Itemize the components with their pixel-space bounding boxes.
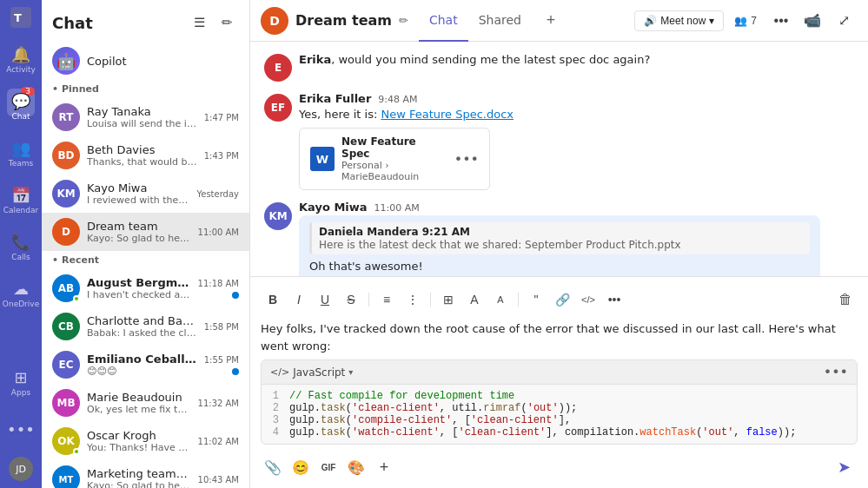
sticker-button[interactable]: 🎨 [344, 455, 368, 479]
header-more-button[interactable]: ••• [767, 7, 795, 35]
file-more-icon[interactable]: ••• [454, 151, 479, 168]
file-card[interactable]: W New Feature Spec Personal › MarieBeaud… [299, 128, 490, 190]
add-tab-button[interactable]: + [539, 9, 563, 33]
number-list-button[interactable]: ⋮ [401, 287, 425, 312]
new-chat-button[interactable]: ✏ [215, 10, 239, 35]
marketing-avatar: MT [52, 465, 80, 488]
spec-doc-link[interactable]: New Feature Spec.docx [381, 108, 514, 121]
marketing-info: Marketing team sync Kayo: So glad to hea… [87, 467, 191, 488]
tab-shared[interactable]: Shared [468, 0, 532, 42]
bullet-list-button[interactable]: ≡ [374, 287, 399, 312]
underline-button[interactable]: U [313, 287, 337, 312]
teams-icon: 👥 [11, 139, 30, 157]
kayo-info: Kayo Miwa I reviewed with the client on … [87, 181, 189, 206]
chat-item-marketing[interactable]: MT Marketing team sync Kayo: So glad to … [42, 460, 249, 488]
kayo-time: Yesterday [196, 189, 239, 199]
bold-button[interactable]: B [261, 287, 285, 312]
beth-avatar: BD [52, 142, 80, 169]
user-avatar[interactable]: JD [9, 457, 33, 481]
compose-box[interactable]: Hey folks, I've tracked down the root ca… [261, 315, 858, 450]
ray-info: Ray Tanaka Louisa will send the initial … [87, 105, 197, 129]
highlight-button[interactable]: A [462, 287, 487, 312]
delete-button[interactable]: 🗑 [833, 287, 858, 312]
nav-item-chat[interactable]: 💬 Chat 3 [3, 83, 38, 129]
edit-name-icon[interactable]: ✏ [399, 14, 408, 27]
kayo-preview: I reviewed with the client on Th... [87, 195, 189, 206]
chat-item-charlotte[interactable]: CB Charlotte and Babak Babak: I asked th… [42, 307, 249, 346]
expand-button[interactable]: ⤢ [830, 7, 858, 35]
more-icon: ••• [7, 420, 35, 439]
nav-item-apps[interactable]: ⊞ Apps [3, 359, 38, 405]
code-lines: 1 // Fast compile for development time 2… [262, 385, 857, 444]
nav-item-activity[interactable]: 🔔 Activity [3, 36, 38, 82]
code-tag-icon: </> [270, 366, 289, 378]
font-size-button[interactable]: A [488, 287, 513, 312]
code-button[interactable]: </> [576, 287, 600, 312]
chat-item-marie[interactable]: MB Marie Beaudouin Ok, yes let me fix th… [42, 384, 249, 422]
link-button[interactable]: 🔗 [550, 287, 574, 312]
dream-avatar: D [52, 218, 80, 246]
filter-button[interactable]: ☰ [187, 10, 211, 35]
code-block: </> JavaScript ▾ ••• 1 // Fast compile f… [261, 359, 858, 445]
quote-button[interactable]: " [524, 287, 548, 312]
compose-toolbar: B I U S ≡ ⋮ ⊞ A A " 🔗 </> ••• 🗑 [261, 284, 858, 315]
toolbar-right-actions: 🗑 [833, 287, 858, 312]
people-button[interactable]: 👥 7 [727, 11, 764, 30]
code-line-4: 4 gulp.task('watch-client', ['clean-clie… [262, 426, 857, 439]
chat-item-ray[interactable]: RT Ray Tanaka Louisa will send the initi… [42, 98, 249, 136]
dream-time: 11:00 AM [198, 228, 239, 237]
italic-button[interactable]: I [287, 287, 311, 312]
calendar-icon: 📅 [11, 186, 30, 204]
strikethrough-button[interactable]: S [339, 287, 363, 312]
copilot-item[interactable]: 🤖 Copilot [42, 42, 249, 80]
meet-chevron-icon: ▾ [709, 15, 714, 27]
nav-item-calendar[interactable]: 📅 Calendar [3, 177, 38, 222]
nav-more-button[interactable]: ••• [3, 406, 38, 452]
kayo-name: Kayo Miwa [87, 181, 189, 195]
ray-name: Ray Tanaka [87, 105, 197, 118]
code-line-3: 3 gulp.task('compile-client', ['clean-cl… [262, 414, 857, 426]
kayo-msg-avatar: KM [264, 202, 292, 230]
emoji-button[interactable]: 😊 [288, 455, 313, 479]
charlotte-name: Charlotte and Babak [87, 314, 197, 327]
erika-name: Erika Fuller [299, 92, 371, 105]
august-info: August Bergman I haven't checked availab… [87, 276, 191, 300]
more-actions-button[interactable]: + [372, 455, 396, 479]
gif-button[interactable]: GIF [316, 455, 341, 479]
kayo-msg-time: 11:00 AM [374, 202, 420, 214]
more-options-icon: ••• [774, 13, 789, 29]
pinned-section-header: • Pinned [42, 80, 249, 98]
emiliano-time: 1:55 PM [204, 355, 239, 365]
code-more-icon[interactable]: ••• [824, 364, 848, 380]
nav-item-teams[interactable]: 👥 Teams [3, 130, 38, 175]
attachment-button[interactable]: 📎 [261, 455, 285, 479]
erika-text: Yes, here it is: New Feature Spec.docx [299, 107, 854, 122]
tab-chat[interactable]: Chat [419, 0, 468, 42]
chat-item-emiliano[interactable]: EC Emiliano Ceballos 😊😊😊 1:55 PM [42, 346, 249, 384]
more-format-button[interactable]: ⊞ [436, 287, 461, 312]
nav-item-onedrive[interactable]: ☁ OneDrive [3, 271, 38, 316]
toolbar-more-button[interactable]: ••• [602, 287, 626, 312]
send-button[interactable]: ➤ [830, 453, 858, 481]
meet-now-button[interactable]: 🔊 Meet now ▾ [634, 10, 724, 31]
message-group-erika: EF Erika Fuller 9:48 AM Yes, here it is:… [264, 92, 854, 190]
compose-area: B I U S ≡ ⋮ ⊞ A A " 🔗 </> ••• 🗑 Hey folk… [250, 276, 868, 488]
chat-item-august[interactable]: AB August Bergman I haven't checked avai… [42, 269, 249, 307]
audio-icon: 🔊 [644, 15, 657, 27]
quoted-text: Here is the latest deck that we shared: … [319, 239, 803, 251]
quoted-message: Daniela Mandera 9:21 AM Here is the late… [309, 222, 810, 254]
nav-item-calls[interactable]: 📞 Calls [3, 224, 38, 269]
chat-item-beth[interactable]: BD Beth Davies Thanks, that would be nic… [42, 136, 249, 175]
kayo-msg-name: Kayo Miwa [299, 201, 368, 214]
chat-item-oscar[interactable]: OK Oscar Krogh You: Thanks! Have a nice … [42, 422, 249, 460]
header-tabs: Chat Shared [419, 0, 532, 42]
marketing-preview: Kayo: So glad to hear that the r... [87, 480, 191, 488]
video-call-button[interactable]: 📹 [798, 7, 826, 35]
emiliano-name: Emiliano Ceballos [87, 353, 197, 366]
message-group-kayo: KM Kayo Miwa 11:00 AM Daniela Mandera 9:… [264, 201, 854, 276]
chat-item-kayo[interactable]: KM Kayo Miwa I reviewed with the client … [42, 175, 249, 213]
chat-list-panel: Chat ☰ ✏ 🤖 Copilot • Pinned RT Ray Tanak… [42, 0, 250, 488]
beth-name: Beth Davies [87, 143, 197, 156]
charlotte-preview: Babak: I asked the client to send... [87, 327, 197, 339]
chat-item-dream[interactable]: D Dream team Kayo: So glad to hear that … [42, 213, 249, 251]
